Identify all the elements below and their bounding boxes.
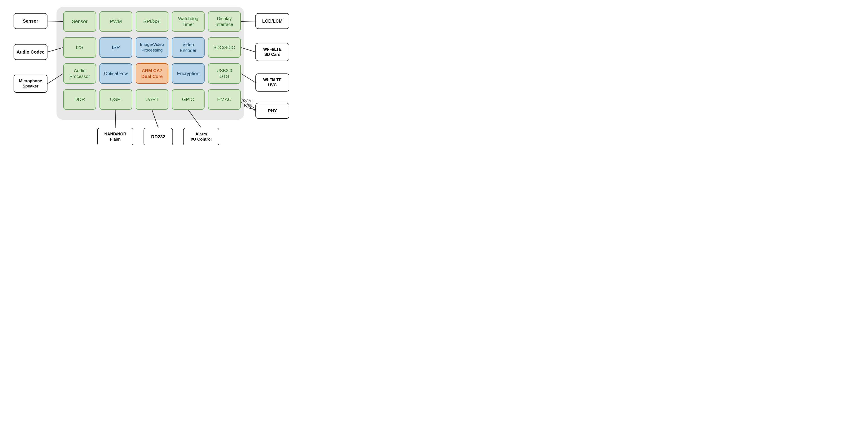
- diagram-container: RGMII RMII Sensor Audio Codec Microphone…: [9, 4, 280, 140]
- int-ddr: DDR: [63, 89, 96, 110]
- int-qspi: QSPI: [99, 89, 132, 110]
- ext-alarm: AlarmI/O Control: [183, 128, 219, 145]
- int-usb2: USB2.0OTG: [208, 63, 241, 84]
- ext-wifi-uvc: Wi-Fi/LTEUVC: [255, 73, 289, 92]
- ext-rd232: RD232: [144, 128, 173, 145]
- int-videnc: VideoEncoder: [172, 37, 205, 58]
- ext-audio-codec: Audio Codec: [13, 44, 48, 60]
- int-isp: ISP: [99, 37, 132, 58]
- rgmii-label: RGMII: [243, 99, 254, 103]
- ext-mic-speaker: MicrophoneSpeaker: [13, 74, 48, 93]
- ext-nand: NAND/NORFlash: [97, 128, 133, 145]
- ext-wifi-sd: Wi-Fi/LTESD Card: [255, 43, 289, 61]
- int-display: DisplayInterface: [208, 11, 241, 32]
- int-sdcsdio: SDC/SDIO: [208, 37, 241, 58]
- ext-phy: PHY: [255, 103, 289, 119]
- int-enc: Encryption: [172, 63, 205, 84]
- int-arm: ARM CA7Dual Core: [135, 63, 168, 84]
- int-audio-proc: AudioProcessor: [63, 63, 96, 84]
- int-watchdog: WatchdogTimer: [172, 11, 205, 32]
- int-uart: UART: [135, 89, 168, 110]
- int-spi: SPI/SSI: [135, 11, 168, 32]
- svg-line-9: [249, 108, 255, 110]
- ext-lcd: LCD/LCM: [255, 13, 289, 29]
- int-gpio: GPIO: [172, 89, 205, 110]
- int-i2s: I2S: [63, 37, 96, 58]
- int-pwm: PWM: [99, 11, 132, 32]
- int-sensor: Sensor: [63, 11, 96, 32]
- ext-sensor: Sensor: [13, 13, 48, 29]
- rmii-label: RMII: [244, 103, 252, 108]
- int-emac: EMAC: [208, 89, 241, 110]
- int-optical: Optical Fow: [99, 63, 132, 84]
- int-imgvid: Image/VideoProcessing: [135, 37, 168, 58]
